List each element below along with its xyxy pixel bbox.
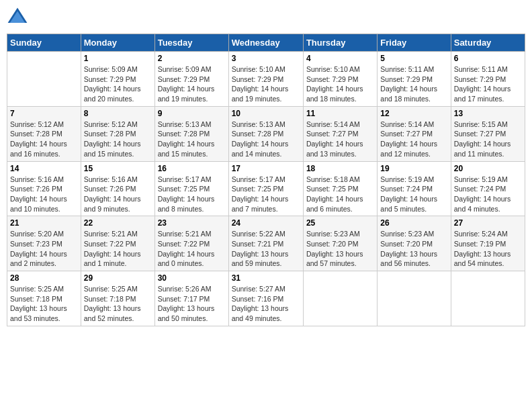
col-header-friday: Friday (378, 34, 451, 52)
day-cell: 28Sunrise: 5:25 AM Sunset: 7:18 PM Dayli… (7, 271, 81, 326)
day-info: Sunrise: 5:11 AM Sunset: 7:29 PM Dayligh… (380, 64, 447, 104)
day-info: Sunrise: 5:16 AM Sunset: 7:26 PM Dayligh… (84, 175, 152, 214)
day-info: Sunrise: 5:13 AM Sunset: 7:28 PM Dayligh… (158, 120, 226, 159)
day-cell: 11Sunrise: 5:14 AM Sunset: 7:27 PM Dayli… (303, 106, 377, 161)
day-number: 23 (158, 218, 226, 228)
day-number: 14 (10, 164, 78, 173)
day-number: 31 (232, 273, 300, 283)
day-cell: 26Sunrise: 5:23 AM Sunset: 7:20 PM Dayli… (378, 216, 451, 271)
day-number: 11 (306, 109, 374, 118)
col-header-thursday: Thursday (303, 34, 377, 52)
day-number: 1 (84, 54, 152, 63)
day-number: 6 (454, 54, 522, 63)
day-cell (303, 271, 377, 326)
day-number: 10 (232, 109, 300, 118)
day-number: 18 (306, 164, 374, 173)
day-info: Sunrise: 5:17 AM Sunset: 7:25 PM Dayligh… (232, 175, 300, 214)
day-cell: 16Sunrise: 5:17 AM Sunset: 7:25 PM Dayli… (154, 161, 228, 216)
day-number: 28 (10, 273, 78, 283)
logo (7, 7, 31, 28)
day-cell: 27Sunrise: 5:24 AM Sunset: 7:19 PM Dayli… (451, 216, 525, 271)
day-number: 4 (306, 54, 374, 63)
week-row-2: 7Sunrise: 5:12 AM Sunset: 7:28 PM Daylig… (7, 106, 525, 161)
day-cell: 18Sunrise: 5:18 AM Sunset: 7:25 PM Dayli… (303, 161, 377, 216)
day-number: 15 (84, 164, 152, 173)
day-info: Sunrise: 5:14 AM Sunset: 7:27 PM Dayligh… (380, 120, 447, 159)
day-cell: 21Sunrise: 5:20 AM Sunset: 7:23 PM Dayli… (7, 216, 81, 271)
day-info: Sunrise: 5:27 AM Sunset: 7:16 PM Dayligh… (232, 284, 300, 324)
day-number: 16 (158, 164, 226, 173)
day-cell: 13Sunrise: 5:15 AM Sunset: 7:27 PM Dayli… (451, 106, 525, 161)
day-cell: 14Sunrise: 5:16 AM Sunset: 7:26 PM Dayli… (7, 161, 81, 216)
day-number: 12 (380, 109, 447, 118)
day-cell (7, 52, 81, 107)
day-number: 27 (454, 218, 522, 228)
col-header-tuesday: Tuesday (154, 34, 228, 52)
day-info: Sunrise: 5:19 AM Sunset: 7:24 PM Dayligh… (380, 175, 447, 214)
day-info: Sunrise: 5:23 AM Sunset: 7:20 PM Dayligh… (380, 229, 447, 269)
day-cell: 30Sunrise: 5:26 AM Sunset: 7:17 PM Dayli… (154, 271, 228, 326)
day-cell: 8Sunrise: 5:12 AM Sunset: 7:28 PM Daylig… (81, 106, 154, 161)
col-header-sunday: Sunday (7, 34, 81, 52)
day-cell: 10Sunrise: 5:13 AM Sunset: 7:28 PM Dayli… (228, 106, 303, 161)
day-cell: 22Sunrise: 5:21 AM Sunset: 7:22 PM Dayli… (81, 216, 154, 271)
day-info: Sunrise: 5:16 AM Sunset: 7:26 PM Dayligh… (10, 175, 78, 214)
day-info: Sunrise: 5:25 AM Sunset: 7:18 PM Dayligh… (84, 284, 152, 324)
week-row-1: 1Sunrise: 5:09 AM Sunset: 7:29 PM Daylig… (7, 52, 525, 107)
week-row-5: 28Sunrise: 5:25 AM Sunset: 7:18 PM Dayli… (7, 271, 525, 326)
day-cell: 23Sunrise: 5:21 AM Sunset: 7:22 PM Dayli… (154, 216, 228, 271)
col-header-saturday: Saturday (451, 34, 525, 52)
day-number: 8 (84, 109, 152, 118)
day-cell: 29Sunrise: 5:25 AM Sunset: 7:18 PM Dayli… (81, 271, 154, 326)
day-number: 25 (306, 218, 374, 228)
day-cell: 6Sunrise: 5:11 AM Sunset: 7:29 PM Daylig… (451, 52, 525, 107)
day-info: Sunrise: 5:20 AM Sunset: 7:23 PM Dayligh… (10, 229, 78, 269)
day-cell: 9Sunrise: 5:13 AM Sunset: 7:28 PM Daylig… (154, 106, 228, 161)
day-number: 29 (84, 273, 152, 283)
day-cell: 4Sunrise: 5:10 AM Sunset: 7:29 PM Daylig… (303, 52, 377, 107)
day-cell: 19Sunrise: 5:19 AM Sunset: 7:24 PM Dayli… (378, 161, 451, 216)
day-number: 20 (454, 164, 522, 173)
day-info: Sunrise: 5:13 AM Sunset: 7:28 PM Dayligh… (232, 120, 300, 159)
day-info: Sunrise: 5:10 AM Sunset: 7:29 PM Dayligh… (232, 64, 300, 104)
day-number: 22 (84, 218, 152, 228)
day-info: Sunrise: 5:12 AM Sunset: 7:28 PM Dayligh… (84, 120, 152, 159)
day-info: Sunrise: 5:12 AM Sunset: 7:28 PM Dayligh… (10, 120, 78, 159)
day-cell: 5Sunrise: 5:11 AM Sunset: 7:29 PM Daylig… (378, 52, 451, 107)
day-number: 9 (158, 109, 226, 118)
day-cell: 20Sunrise: 5:19 AM Sunset: 7:24 PM Dayli… (451, 161, 525, 216)
day-number: 17 (232, 164, 300, 173)
calendar-header-row: SundayMondayTuesdayWednesdayThursdayFrid… (7, 34, 525, 52)
day-info: Sunrise: 5:26 AM Sunset: 7:17 PM Dayligh… (158, 284, 226, 324)
day-info: Sunrise: 5:09 AM Sunset: 7:29 PM Dayligh… (158, 64, 226, 104)
day-info: Sunrise: 5:09 AM Sunset: 7:29 PM Dayligh… (84, 64, 152, 104)
week-row-3: 14Sunrise: 5:16 AM Sunset: 7:26 PM Dayli… (7, 161, 525, 216)
day-cell: 2Sunrise: 5:09 AM Sunset: 7:29 PM Daylig… (154, 52, 228, 107)
day-info: Sunrise: 5:21 AM Sunset: 7:22 PM Dayligh… (158, 229, 226, 269)
day-info: Sunrise: 5:11 AM Sunset: 7:29 PM Dayligh… (454, 64, 522, 104)
day-number: 2 (158, 54, 226, 63)
day-info: Sunrise: 5:21 AM Sunset: 7:22 PM Dayligh… (84, 229, 152, 269)
day-cell: 7Sunrise: 5:12 AM Sunset: 7:28 PM Daylig… (7, 106, 81, 161)
day-info: Sunrise: 5:10 AM Sunset: 7:29 PM Dayligh… (306, 64, 374, 104)
day-number: 19 (380, 164, 447, 173)
day-info: Sunrise: 5:22 AM Sunset: 7:21 PM Dayligh… (232, 229, 300, 269)
col-header-wednesday: Wednesday (228, 34, 303, 52)
calendar: SundayMondayTuesdayWednesdayThursdayFrid… (7, 34, 525, 326)
day-cell: 3Sunrise: 5:10 AM Sunset: 7:29 PM Daylig… (228, 52, 303, 107)
day-cell: 25Sunrise: 5:23 AM Sunset: 7:20 PM Dayli… (303, 216, 377, 271)
day-number: 21 (10, 218, 78, 228)
day-info: Sunrise: 5:25 AM Sunset: 7:18 PM Dayligh… (10, 284, 78, 324)
day-number: 13 (454, 109, 522, 118)
day-cell (378, 271, 451, 326)
day-number: 5 (380, 54, 447, 63)
day-cell: 24Sunrise: 5:22 AM Sunset: 7:21 PM Dayli… (228, 216, 303, 271)
logo-icon (7, 7, 28, 28)
week-row-4: 21Sunrise: 5:20 AM Sunset: 7:23 PM Dayli… (7, 216, 525, 271)
day-info: Sunrise: 5:17 AM Sunset: 7:25 PM Dayligh… (158, 175, 226, 214)
day-cell: 31Sunrise: 5:27 AM Sunset: 7:16 PM Dayli… (228, 271, 303, 326)
day-cell: 12Sunrise: 5:14 AM Sunset: 7:27 PM Dayli… (378, 106, 451, 161)
day-info: Sunrise: 5:23 AM Sunset: 7:20 PM Dayligh… (306, 229, 374, 269)
col-header-monday: Monday (81, 34, 154, 52)
day-info: Sunrise: 5:24 AM Sunset: 7:19 PM Dayligh… (454, 229, 522, 269)
